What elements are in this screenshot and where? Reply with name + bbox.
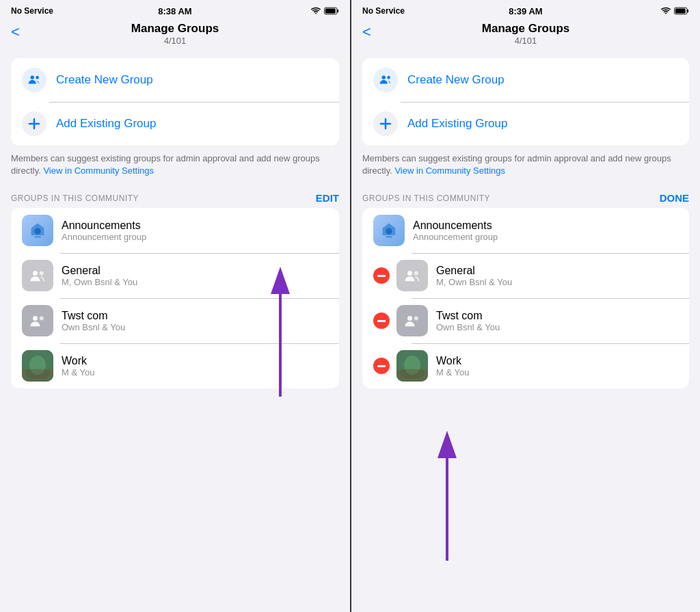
svg-rect-1	[337, 10, 338, 12]
nav-title-left: Manage Groups	[131, 22, 219, 36]
groups-list-right: Announcements Announcement group Genera	[362, 208, 689, 388]
group-info-work-right: Work M & You	[436, 355, 678, 377]
helper-text-left: Members can suggest existing groups for …	[11, 152, 339, 177]
group-item-general-right[interactable]: General M, Own Bsnl & You	[362, 253, 689, 298]
time-left: 8:38 AM	[158, 6, 191, 16]
svg-point-11	[40, 317, 44, 321]
group-name-work-right: Work	[436, 355, 678, 367]
content-right: Create New Group Add Existing Group Memb…	[351, 51, 700, 612]
group-desc-general-right: M, Own Bsnl & You	[436, 277, 678, 287]
community-settings-link-right[interactable]: View in Community Settings	[394, 165, 505, 176]
svg-point-21	[382, 76, 386, 80]
svg-point-4	[36, 76, 39, 79]
group-name-announcements-right: Announcements	[413, 219, 678, 232]
add-existing-icon-right	[373, 111, 398, 136]
group-info-announcements-left: Announcements Announcement group	[62, 219, 328, 242]
group-info-work-left: Work M & You	[62, 355, 328, 377]
delete-work-button[interactable]	[373, 358, 390, 374]
nav-subtitle-right: 4/101	[515, 36, 537, 46]
edit-button-left[interactable]: EDIT	[316, 192, 339, 204]
svg-rect-19	[687, 10, 688, 12]
svg-point-10	[33, 316, 38, 321]
group-desc-work-right: M & You	[436, 367, 678, 377]
group-item-work-right[interactable]: Work M & You	[362, 343, 689, 388]
group-desc-twstcom-right: Own Bsnl & You	[436, 322, 678, 332]
done-button-right[interactable]: DONE	[660, 192, 689, 204]
section-title-right: GROUPS IN THIS COMMUNITY	[362, 194, 490, 203]
svg-point-7	[34, 228, 40, 235]
content-left: Create New Group Add Existing Group Memb…	[0, 51, 350, 612]
add-existing-item-right[interactable]: Add Existing Group	[362, 102, 689, 146]
carrier-left: No Service	[11, 6, 53, 16]
helper-text-right: Members can suggest existing groups for …	[362, 152, 689, 177]
group-desc-work-left: M & You	[62, 367, 328, 377]
community-settings-link-left[interactable]: View in Community Settings	[43, 165, 154, 176]
add-existing-icon-left	[22, 111, 46, 136]
group-item-twstcom-right[interactable]: Twst com Own Bsnl & You	[362, 298, 689, 343]
status-icons-left	[310, 7, 339, 15]
svg-point-28	[407, 316, 412, 321]
delete-twstcom-button[interactable]	[373, 312, 390, 329]
svg-point-3	[31, 76, 35, 80]
group-item-general-left[interactable]: General M, Own Bsnl & You	[11, 253, 339, 298]
add-existing-label-right: Add Existing Group	[407, 117, 507, 131]
time-right: 8:39 AM	[509, 6, 542, 16]
group-avatar-general-left	[22, 260, 53, 291]
section-header-right: GROUPS IN THIS COMMUNITY DONE	[351, 187, 700, 208]
groups-list-left: Announcements Announcement group General	[11, 208, 339, 388]
actions-card-right: Create New Group Add Existing Group	[362, 58, 689, 146]
create-group-icon-left	[22, 68, 46, 92]
svg-point-26	[407, 271, 412, 276]
group-item-announcements-right[interactable]: Announcements Announcement group	[362, 208, 689, 253]
group-avatar-twstcom-right	[396, 305, 428, 336]
status-bar-right: No Service 8:39 AM	[351, 0, 700, 19]
group-desc-announcements-left: Announcement group	[62, 232, 328, 242]
nav-subtitle-left: 4/101	[164, 36, 187, 46]
right-phone-panel: No Service 8:39 AM < Manage Groups 4/101	[350, 0, 700, 612]
group-item-work-left[interactable]: Work M & You	[11, 343, 339, 388]
group-item-announcements-left[interactable]: Announcements Announcement group	[11, 208, 339, 253]
battery-icon-left	[324, 7, 339, 15]
group-info-twstcom-left: Twst com Own Bsnl & You	[62, 310, 328, 332]
group-item-twstcom-left[interactable]: Twst com Own Bsnl & You	[11, 298, 339, 343]
group-avatar-general-right	[396, 260, 428, 291]
group-info-twstcom-right: Twst com Own Bsnl & You	[436, 310, 678, 332]
status-bar-left: No Service 8:38 AM	[0, 0, 350, 19]
left-phone-panel: No Service 8:38 AM < Manage Groups 4/101	[0, 0, 350, 612]
nav-bar-left: < Manage Groups 4/101	[0, 19, 350, 51]
group-desc-general-left: M, Own Bsnl & You	[62, 277, 328, 287]
create-group-item-left[interactable]: Create New Group	[11, 58, 339, 102]
back-button-left[interactable]: <	[11, 23, 20, 41]
group-avatar-twstcom-left	[22, 305, 53, 336]
group-name-work-left: Work	[62, 355, 328, 367]
wifi-icon-left	[310, 7, 321, 15]
create-group-label-right: Create New Group	[407, 73, 504, 87]
svg-rect-2	[325, 8, 336, 13]
plus-icon-left	[27, 117, 41, 131]
group-name-general-left: General	[62, 265, 328, 277]
group-desc-twstcom-left: Own Bsnl & You	[62, 322, 328, 332]
section-title-left: GROUPS IN THIS COMMUNITY	[11, 194, 139, 203]
group-name-twstcom-right: Twst com	[436, 310, 678, 322]
people-icon-left	[27, 72, 42, 88]
create-group-item-right[interactable]: Create New Group	[362, 58, 689, 102]
actions-card-left: Create New Group Add Existing Group	[11, 58, 339, 146]
wifi-icon-right	[660, 7, 671, 15]
group-avatar-announcements-left	[22, 215, 53, 246]
nav-title-right: Manage Groups	[482, 22, 569, 36]
svg-rect-33	[396, 369, 428, 382]
back-button-right[interactable]: <	[362, 23, 371, 41]
svg-rect-15	[22, 369, 53, 382]
group-info-general-right: General M, Own Bsnl & You	[436, 265, 678, 287]
group-name-twstcom-left: Twst com	[62, 310, 328, 322]
carrier-right: No Service	[362, 6, 405, 16]
nav-bar-right: < Manage Groups 4/101	[351, 19, 700, 51]
delete-general-button[interactable]	[373, 267, 390, 284]
section-header-left: GROUPS IN THIS COMMUNITY EDIT	[0, 187, 350, 208]
plus-icon-right	[379, 117, 392, 131]
group-desc-announcements-right: Announcement group	[413, 232, 678, 242]
group-avatar-work-left	[22, 350, 53, 382]
status-icons-right	[660, 7, 689, 15]
add-existing-item-left[interactable]: Add Existing Group	[11, 102, 339, 146]
group-avatar-announcements-right	[373, 215, 405, 246]
